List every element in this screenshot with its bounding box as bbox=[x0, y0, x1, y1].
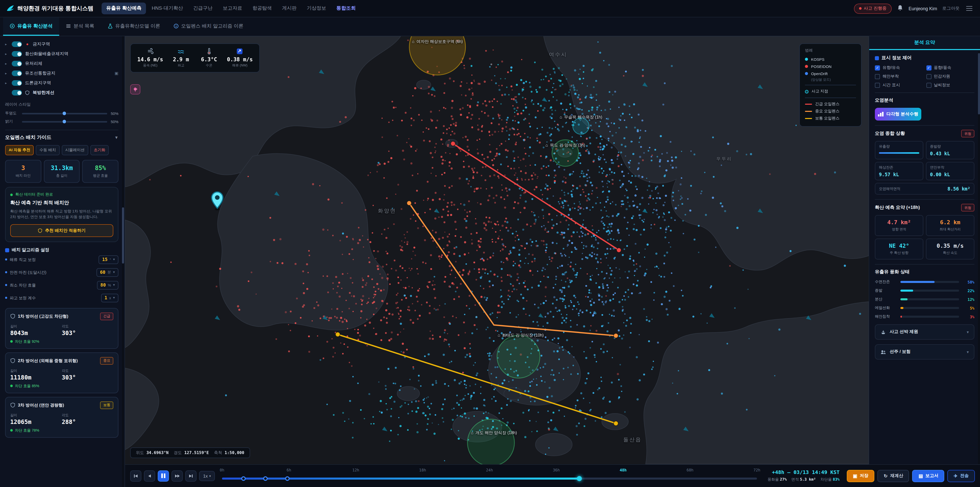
tab-analysis-summary[interactable]: 분석 요약 bbox=[869, 36, 980, 50]
defense-line-card-1[interactable]: 1차 방어선 (고강도 차단형) 긴급 길이8043m 각도303° 차단 효율… bbox=[5, 308, 118, 348]
poi-hwataedo[interactable]: ⌂화태도 김 양식장 (10h) bbox=[498, 333, 544, 339]
tab-simulation[interactable]: 시뮬레이션 bbox=[62, 145, 88, 155]
chevron-right-icon[interactable]: ▸ bbox=[5, 42, 9, 46]
recalculate-button[interactable]: ↻재계산 bbox=[878, 469, 909, 482]
nav-item-spill-prediction[interactable]: 유출유 확산예측 bbox=[102, 3, 146, 14]
fast-forward-button[interactable] bbox=[172, 470, 183, 481]
checkbox-weather-info[interactable]: 날씨정보 bbox=[926, 82, 974, 88]
fence-guide-header[interactable]: 오일펜스 배치 가이드 ▼ bbox=[5, 134, 118, 141]
timeline-track[interactable] bbox=[222, 477, 757, 479]
save-button[interactable]: ▣저장 bbox=[847, 469, 875, 482]
checkbox-current[interactable]: ✓유향/유속 bbox=[875, 65, 923, 70]
vessel-specs-row[interactable]: 사고 선박 제원 ▾ bbox=[875, 324, 974, 340]
nav-item-integrated-search[interactable]: 통합조회 bbox=[332, 3, 360, 14]
chevron-down-icon[interactable]: ▾ bbox=[967, 350, 969, 354]
setting-input[interactable]: 15 ° ▾ bbox=[99, 255, 118, 264]
menu-icon[interactable] bbox=[965, 5, 974, 13]
checkbox-icon[interactable] bbox=[926, 83, 931, 88]
opacity-slider[interactable] bbox=[22, 113, 107, 114]
apply-plan-button[interactable]: 추천 배치안 적용하기 bbox=[10, 224, 113, 237]
brightness-slider[interactable] bbox=[22, 121, 107, 122]
chevron-right-icon[interactable]: ▸ bbox=[5, 52, 9, 56]
skip-start-button[interactable] bbox=[130, 470, 142, 481]
chevron-right-icon[interactable]: ▸ bbox=[5, 71, 9, 75]
checkbox-icon[interactable]: ✓ bbox=[926, 65, 931, 70]
tab-reset[interactable]: 초기화 bbox=[90, 145, 109, 155]
pause-button[interactable] bbox=[158, 470, 169, 481]
nav-item-rescue[interactable]: 긴급구난 bbox=[189, 3, 217, 14]
checkbox-icon[interactable] bbox=[875, 83, 880, 88]
layer-row-drone-ban[interactable]: ▸ 드론금지구역 bbox=[5, 78, 118, 88]
panel-icon[interactable]: ▣ bbox=[115, 71, 118, 76]
sidebar-scrollbar[interactable] bbox=[122, 36, 124, 487]
stepper-icon[interactable]: ▾ bbox=[113, 270, 115, 274]
incident-status-badge[interactable]: 사고 진행중 bbox=[854, 3, 892, 14]
layer-toggle[interactable] bbox=[12, 61, 22, 66]
send-button[interactable]: ✈전송 bbox=[948, 469, 975, 482]
checkbox-icon[interactable] bbox=[926, 74, 931, 79]
notifications-bell-icon[interactable] bbox=[897, 4, 904, 13]
nav-item-weather-info[interactable]: 기상정보 bbox=[302, 3, 331, 14]
timeline-playhead[interactable] bbox=[577, 476, 582, 481]
layer-row-dispersant[interactable]: ▸ 유처리제 bbox=[5, 59, 118, 69]
layer-row-sox-eca[interactable]: ▸ 황산화물배출규제지역 bbox=[5, 49, 118, 59]
playback-speed-selector[interactable]: 1x▾ bbox=[199, 471, 215, 481]
layer-toggle[interactable] bbox=[12, 80, 22, 86]
nav-item-reports[interactable]: 보고자료 bbox=[218, 3, 247, 14]
layer-toggle[interactable] bbox=[12, 70, 22, 76]
nav-item-aerial-search[interactable]: 항공탐색 bbox=[248, 3, 277, 14]
logout-button[interactable]: 로그아웃 bbox=[942, 5, 959, 11]
setting-input[interactable]: 60 분 ▾ bbox=[97, 268, 118, 276]
owner-insurance-row[interactable]: 선주 / 보험 ▾ bbox=[875, 344, 974, 359]
nav-item-hns[interactable]: HNS·대기확산 bbox=[147, 3, 188, 14]
chevron-right-icon[interactable]: ▸ bbox=[5, 62, 9, 65]
checkbox-wind[interactable]: ✓풍향/풍속 bbox=[926, 65, 974, 70]
stepper-icon[interactable]: ▾ bbox=[113, 257, 115, 262]
poi-museulmok[interactable]: ⌂무슬목 해수욕장 (1h) bbox=[560, 115, 602, 120]
checkbox-icon[interactable]: ✓ bbox=[875, 65, 880, 70]
timeline-track-area[interactable]: 0h 6h 12h 18h 24h 36h 48h 60h 72h bbox=[222, 465, 757, 487]
step-back-button[interactable] bbox=[144, 470, 155, 481]
layer-toggle[interactable] bbox=[12, 51, 22, 57]
tab-fence-algorithm-theory[interactable]: 오일펜스 배치 알고리즘 이론 bbox=[167, 18, 250, 36]
app-logo[interactable]: 해양환경 위기대응 통합시스템 bbox=[6, 4, 94, 13]
scrollbar-thumb[interactable] bbox=[122, 208, 124, 264]
tab-spill-analysis[interactable]: 유출유 확산분석 bbox=[3, 18, 59, 36]
timeline-event-marker[interactable] bbox=[241, 476, 246, 481]
checkbox-shoreline[interactable]: 해안부착 bbox=[875, 73, 923, 79]
skip-end-button[interactable] bbox=[185, 470, 197, 481]
layer-row-nll[interactable]: 북방한계선 bbox=[5, 88, 118, 97]
tab-analysis-list[interactable]: 분석 목록 bbox=[59, 18, 101, 36]
polygon-analysis-button[interactable]: 다각형 분석수행 bbox=[875, 108, 921, 121]
layer-row-tanker-ban[interactable]: ▸ 유조선통항금지 ▣ bbox=[5, 69, 118, 78]
layer-toggle[interactable] bbox=[12, 90, 22, 96]
nav-item-board[interactable]: 게시판 bbox=[277, 3, 301, 14]
chevron-down-icon[interactable]: ▾ bbox=[967, 330, 969, 334]
scrollbar-thumb[interactable] bbox=[978, 53, 980, 114]
tab-diffusion-model-theory[interactable]: 유출유확산모델 이론 bbox=[101, 18, 167, 36]
stepper-icon[interactable]: ▾ bbox=[113, 283, 115, 287]
chevron-down-icon[interactable]: ▼ bbox=[115, 135, 118, 140]
panel-scrollbar[interactable] bbox=[978, 51, 980, 464]
setting-input[interactable]: 80 % ▾ bbox=[97, 281, 118, 289]
user-name[interactable]: Eunjeong Kim bbox=[908, 6, 937, 11]
poi-gaedo[interactable]: ⌂개도 해안 양식장 (18h) bbox=[471, 430, 517, 436]
layer-row-restricted-zone[interactable]: ▸ ● 금지구역 bbox=[5, 39, 118, 49]
checkbox-sensitive-resources[interactable]: 민감자원 bbox=[926, 73, 974, 79]
checkbox-time-display[interactable]: 시간 표시 bbox=[875, 82, 923, 88]
sensitive-resource-marker[interactable] bbox=[130, 84, 140, 94]
timeline-event-marker[interactable] bbox=[263, 476, 268, 481]
layer-toggle[interactable] bbox=[12, 42, 22, 47]
poi-yeojaman[interactable]: ⌂여자만 해상보호구역 (6h) bbox=[412, 39, 463, 45]
report-button[interactable]: ▤보고서 bbox=[912, 469, 945, 482]
defense-line-card-3[interactable]: 3차 방어선 (연안 경량형) 보통 길이12065m 각도288° 차단 효율… bbox=[5, 397, 118, 438]
checkbox-icon[interactable] bbox=[875, 74, 880, 79]
defense-line-card-2[interactable]: 2차 방어선 (외해용 중형 포위형) 중요 길이11180m 각도303° 차… bbox=[5, 352, 118, 393]
timeline-event-marker[interactable] bbox=[285, 476, 290, 481]
poi-mokdo[interactable]: ⌂목도 김 양식장 (3h) bbox=[546, 142, 585, 148]
map-area[interactable]: 14.6 m/s 풍속 (NE) 2.9 m 파고 6.3°C 수온 bbox=[125, 36, 869, 464]
setting-input[interactable]: 1 x ▾ bbox=[101, 294, 118, 302]
stepper-icon[interactable]: ▾ bbox=[113, 296, 115, 300]
chevron-right-icon[interactable]: ▸ bbox=[5, 81, 9, 85]
tab-manual-placement[interactable]: 수동 배치 bbox=[36, 145, 59, 155]
